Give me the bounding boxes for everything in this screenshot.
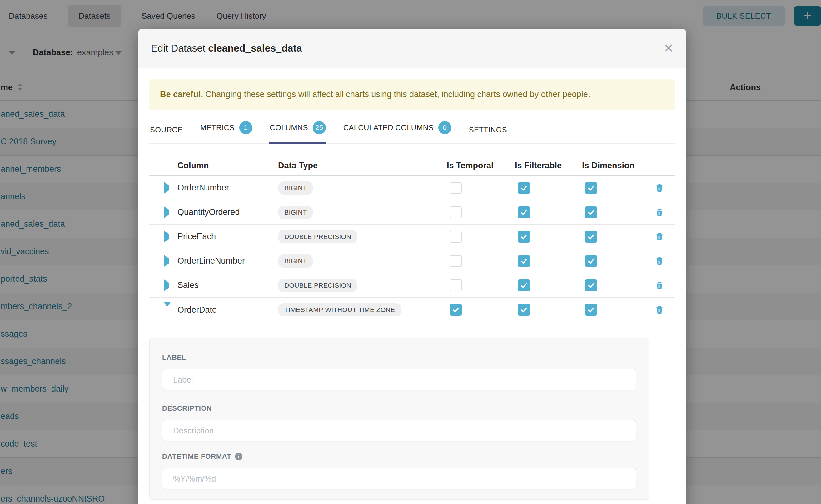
delete-column-button[interactable]	[655, 256, 665, 266]
app-root: DatabasesDatasetsSaved QueriesQuery Hist…	[0, 0, 821, 504]
columns-table-rows: OrderNumberBIGINTQuantityOrderedBIGINTPr…	[149, 176, 675, 322]
header-is-filterable: Is Filterable	[511, 161, 578, 170]
delete-column-button[interactable]	[655, 183, 665, 193]
is-dimension-checkbox[interactable]	[585, 182, 597, 194]
is-temporal-checkbox[interactable]	[450, 231, 462, 243]
tab-count-badge: 0	[438, 121, 452, 134]
description-field-title: DESCRIPTION	[162, 404, 636, 413]
datetime-format-title-text: DATETIME FORMAT	[162, 452, 231, 461]
delete-column-button[interactable]	[655, 280, 665, 290]
tab-count-badge: 25	[313, 121, 326, 134]
is-filterable-checkbox[interactable]	[518, 304, 530, 316]
column-row-orderdate: OrderDateTIMESTAMP WITHOUT TIME ZONE	[149, 298, 675, 322]
column-row-quantityordered: QuantityOrderedBIGINT	[149, 200, 675, 225]
tab-count-badge: 1	[239, 121, 252, 134]
expand-caret-icon[interactable]	[164, 206, 169, 218]
header-data-type: Data Type	[268, 161, 443, 170]
data-type-chip: TIMESTAMP WITHOUT TIME ZONE	[278, 303, 401, 316]
modal-tabs: SOURCEMETRICS1COLUMNS25CALCULATED COLUMN…	[149, 117, 675, 144]
modal-title-prefix: Edit Dataset	[151, 42, 208, 54]
close-icon[interactable]: ✕	[664, 42, 674, 54]
columns-table-header: Column Data Type Is Temporal Is Filterab…	[149, 156, 675, 176]
column-name: QuantityOrdered	[171, 207, 268, 217]
column-name: PriceEach	[171, 232, 268, 241]
tab-label: COLUMNS	[270, 123, 308, 132]
tab-settings[interactable]: SETTINGS	[468, 122, 508, 144]
is-dimension-checkbox[interactable]	[585, 304, 597, 316]
data-type-chip: DOUBLE PRECISION	[278, 230, 357, 243]
column-row-priceeach: PriceEachDOUBLE PRECISION	[149, 225, 675, 249]
datetime-format-input[interactable]	[162, 468, 636, 489]
header-column: Column	[171, 161, 268, 170]
is-temporal-checkbox[interactable]	[450, 304, 462, 316]
is-filterable-checkbox[interactable]	[518, 231, 530, 243]
is-filterable-checkbox[interactable]	[518, 255, 530, 267]
label-field-title: LABEL	[162, 353, 636, 362]
warning-banner-text: Changing these settings will affect all …	[203, 90, 590, 99]
modal-title-dataset-name: cleaned_sales_data	[208, 42, 302, 54]
is-filterable-checkbox[interactable]	[518, 182, 530, 194]
is-dimension-checkbox[interactable]	[585, 231, 597, 243]
warning-banner: Be careful. Changing these settings will…	[149, 79, 675, 110]
tab-calculated-columns[interactable]: CALCULATED COLUMNS0	[343, 117, 452, 144]
tab-label: SETTINGS	[469, 126, 507, 134]
is-temporal-checkbox[interactable]	[450, 255, 462, 267]
modal-header: Edit Dataset cleaned_sales_data ✕	[138, 29, 686, 68]
data-type-chip: BIGINT	[278, 181, 313, 195]
data-type-chip: BIGINT	[278, 254, 313, 268]
data-type-chip: DOUBLE PRECISION	[278, 279, 357, 292]
tab-label: CALCULATED COLUMNS	[343, 123, 434, 132]
expand-caret-icon[interactable]	[164, 279, 169, 291]
warning-banner-bold: Be careful.	[160, 90, 203, 99]
data-type-chip: BIGINT	[278, 206, 313, 219]
is-temporal-checkbox[interactable]	[450, 279, 462, 291]
datetime-format-field-title: DATETIME FORMAT i	[162, 452, 636, 461]
edit-dataset-modal: Edit Dataset cleaned_sales_data ✕ Be car…	[138, 29, 686, 504]
column-row-ordernumber: OrderNumberBIGINT	[149, 176, 675, 200]
tab-label: SOURCE	[150, 126, 182, 134]
column-detail-panel: LABEL DESCRIPTION DATETIME FORMAT i	[149, 338, 649, 500]
column-name: OrderDate	[171, 305, 268, 315]
tab-metrics[interactable]: METRICS1	[199, 117, 253, 144]
is-temporal-checkbox[interactable]	[450, 206, 462, 218]
collapse-caret-icon[interactable]	[164, 302, 171, 312]
is-dimension-checkbox[interactable]	[585, 255, 597, 267]
is-dimension-checkbox[interactable]	[585, 206, 597, 218]
modal-title: Edit Dataset cleaned_sales_data	[151, 42, 302, 54]
column-name: OrderLineNumber	[171, 256, 268, 266]
label-input[interactable]	[162, 369, 636, 390]
expand-caret-icon[interactable]	[164, 182, 169, 194]
column-row-orderlinenumber: OrderLineNumberBIGINT	[149, 249, 675, 273]
tab-source[interactable]: SOURCE	[149, 122, 183, 144]
header-is-dimension: Is Dimension	[578, 161, 650, 170]
description-input[interactable]	[162, 420, 636, 441]
modal-body: Be careful. Changing these settings will…	[138, 68, 686, 500]
is-filterable-checkbox[interactable]	[518, 206, 530, 218]
column-name: Sales	[171, 280, 268, 290]
is-dimension-checkbox[interactable]	[585, 279, 597, 291]
expand-caret-icon[interactable]	[164, 255, 169, 267]
column-name: OrderNumber	[171, 183, 268, 193]
expand-caret-icon[interactable]	[164, 230, 169, 243]
is-temporal-checkbox[interactable]	[450, 182, 462, 194]
column-row-sales: SalesDOUBLE PRECISION	[149, 273, 675, 298]
header-is-temporal: Is Temporal	[443, 161, 511, 170]
delete-column-button[interactable]	[655, 207, 665, 217]
delete-column-button[interactable]	[655, 232, 665, 242]
tab-label: METRICS	[200, 123, 234, 132]
tab-columns[interactable]: COLUMNS25	[269, 117, 326, 144]
info-icon[interactable]: i	[235, 453, 242, 460]
delete-column-button[interactable]	[655, 305, 665, 315]
is-filterable-checkbox[interactable]	[518, 279, 530, 291]
